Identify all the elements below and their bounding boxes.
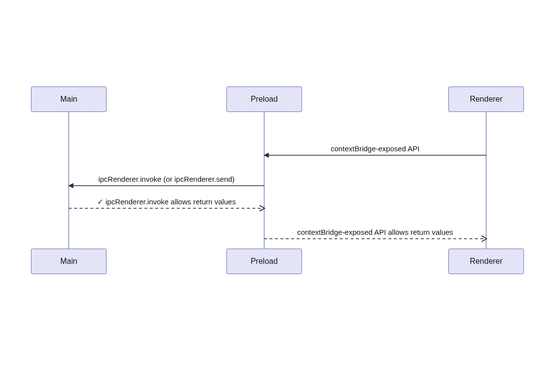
actor-preload-top: Preload: [226, 86, 302, 112]
msg-label-contextbridge-api: contextBridge-exposed API: [331, 144, 420, 153]
actor-label: Preload: [250, 95, 277, 103]
actor-label: Main: [60, 257, 78, 265]
actor-label: Renderer: [470, 95, 503, 103]
actor-label: Renderer: [470, 257, 503, 265]
msg-label-ipc-invoke-send: ipcRenderer.invoke (or ipcRenderer.send): [98, 175, 235, 183]
actor-renderer-top: Renderer: [448, 86, 524, 112]
actor-main-top: Main: [31, 86, 107, 112]
msg-label-contextbridge-return: contextBridge-exposed API allows return …: [297, 228, 453, 236]
msg-label-ipc-return: ✓ ipcRenderer.invoke allows return value…: [97, 197, 236, 206]
diagram-svg: [0, 0, 548, 392]
actor-label: Main: [60, 95, 78, 103]
actor-renderer-bottom: Renderer: [448, 249, 524, 274]
actor-label: Preload: [250, 257, 277, 265]
actor-preload-bottom: Preload: [226, 249, 302, 274]
sequence-diagram: Main Preload Renderer Main Preload Rende…: [0, 0, 548, 392]
actor-main-bottom: Main: [31, 249, 107, 274]
